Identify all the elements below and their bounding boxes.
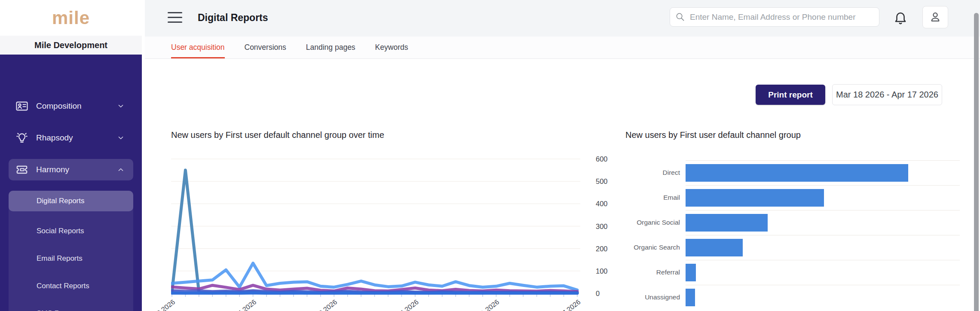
bar-category-label: Direct <box>625 160 686 185</box>
bar-track <box>686 185 960 210</box>
sidebar-subitem-email-reports[interactable]: Email Reports <box>9 248 133 269</box>
sidebar-item-harmony[interactable]: Harmony <box>9 159 133 180</box>
sidebar-item-label: Composition <box>36 101 116 111</box>
sidebar-subitem-digital-reports[interactable]: Digital Reports <box>9 191 133 211</box>
y-axis-tick-label: 600 <box>596 155 608 163</box>
sidebar-subitem-social-reports[interactable]: Social Reports <box>9 221 133 241</box>
logo-area: mile <box>0 0 142 36</box>
bar-category-label: Email <box>625 185 686 210</box>
hamburger-menu-icon[interactable] <box>168 12 182 23</box>
bar-track <box>686 285 960 310</box>
sidebar-nav-items: CompositionRhapsodyHarmonyDigital Report… <box>0 95 142 311</box>
sidebar-item-composition[interactable]: Composition <box>9 95 133 117</box>
bar-category-label: Referral <box>625 260 686 285</box>
lightbulb-icon <box>15 131 28 144</box>
user-profile-button[interactable] <box>922 6 948 28</box>
y-axis-tick-label: 500 <box>596 177 608 185</box>
chevron-up-icon <box>116 165 126 174</box>
contact-card-icon <box>15 100 28 113</box>
bar-row-unassigned: Unassigned <box>625 285 960 310</box>
y-axis-tick-label: 100 <box>596 267 608 275</box>
bar-category-label: Unassigned <box>625 285 686 310</box>
tab-user-acquisition[interactable]: User acquisition <box>171 37 225 58</box>
bar <box>686 289 695 306</box>
sidebar: mile Mile Development CompositionRhapsod… <box>0 0 142 311</box>
app-window: mile Mile Development CompositionRhapsod… <box>0 0 980 311</box>
y-axis-tick-label: 0 <box>596 290 600 297</box>
vertical-scrollbar[interactable] <box>974 13 979 311</box>
bar-row-direct: Direct <box>625 160 960 185</box>
chevron-down-icon <box>116 133 126 143</box>
chevron-down-icon <box>116 101 126 111</box>
search-icon <box>675 12 685 22</box>
sidebar-divider <box>142 0 145 311</box>
bar-track <box>686 260 960 285</box>
bar <box>686 214 768 232</box>
bar-row-referral: Referral <box>625 260 960 285</box>
sidebar-item-label: Harmony <box>36 165 116 174</box>
bar-row-organic-social: Organic Social <box>625 210 960 235</box>
y-axis-tick-label: 200 <box>596 245 608 253</box>
bar <box>686 164 908 182</box>
sidebar-submenu: Digital ReportsSocial ReportsEmail Repor… <box>9 191 133 311</box>
person-icon <box>928 10 943 24</box>
ticket-icon <box>15 163 28 176</box>
top-header: Digital Reports <box>145 0 980 37</box>
bar <box>686 239 743 256</box>
sidebar-nav: CompositionRhapsodyHarmonyDigital Report… <box>0 55 142 311</box>
line-chart-title: New users by First user default channel … <box>171 130 384 140</box>
line-series-referral <box>172 293 577 293</box>
line-series-email <box>172 170 577 293</box>
sidebar-item-label: Rhapsody <box>36 133 116 143</box>
bar-category-label: Organic Social <box>625 210 686 235</box>
tab-conversions[interactable]: Conversions <box>245 37 286 58</box>
bar-track <box>686 160 960 185</box>
bar-chart-title: New users by First user default channel … <box>625 130 801 140</box>
search-input[interactable] <box>670 7 879 27</box>
org-name: Mile Development <box>0 36 142 55</box>
mile-logo: mile <box>52 8 90 28</box>
bar-row-email: Email <box>625 185 960 210</box>
line-chart: 0100200300400500600Mar 18 2026Mar 24 202… <box>171 154 614 311</box>
print-report-button[interactable]: Print report <box>756 85 825 105</box>
search-box <box>670 7 879 27</box>
sidebar-subitem-sms-reports[interactable]: SMS Reports <box>9 303 133 311</box>
bar <box>686 264 696 281</box>
y-axis-tick-label: 400 <box>596 200 608 207</box>
tab-landing-pages[interactable]: Landing pages <box>306 37 355 58</box>
line-chart-canvas: 0100200300400500600 <box>171 154 614 311</box>
bar-chart: DirectEmailOrganic SocialOrganic SearchR… <box>625 160 960 311</box>
notifications-bell-icon[interactable] <box>892 9 909 27</box>
bar-row-organic-search: Organic Search <box>625 235 960 260</box>
sidebar-subitem-contact-reports[interactable]: Contact Reports <box>9 276 133 296</box>
sidebar-item-rhapsody[interactable]: Rhapsody <box>9 127 133 149</box>
page-title: Digital Reports <box>198 12 268 24</box>
bar <box>686 189 824 207</box>
tab-keywords[interactable]: Keywords <box>375 37 408 58</box>
report-tabs: User acquisitionConversionsLanding pages… <box>145 37 980 59</box>
bar-track <box>686 235 960 260</box>
bar-track <box>686 210 960 235</box>
line-series-direct <box>172 263 577 290</box>
date-range-picker[interactable]: Mar 18 2026 - Apr 17 2026 <box>832 84 942 105</box>
bar-category-label: Organic Search <box>625 235 686 260</box>
y-axis-tick-label: 300 <box>596 223 608 230</box>
